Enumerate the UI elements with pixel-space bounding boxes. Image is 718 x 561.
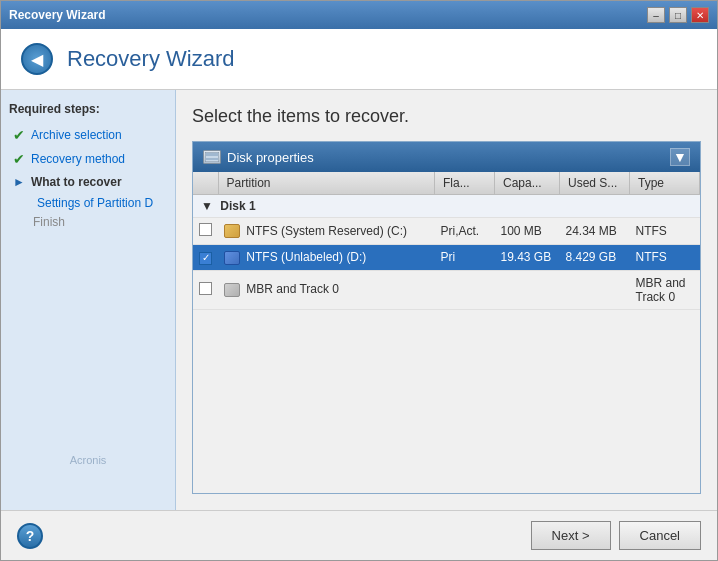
row-checkbox-cell[interactable] xyxy=(193,218,218,245)
partition-table: Partition Fla... Capa... Used S... Type xyxy=(193,172,700,310)
titlebar: Recovery Wizard – □ ✕ xyxy=(1,1,717,29)
row-checkbox[interactable] xyxy=(199,282,212,295)
main-content: Select the items to recover. Disk pr xyxy=(176,90,717,510)
partition-name: NTFS (System Reserved) (C:) xyxy=(218,218,435,245)
partition-icon xyxy=(224,251,240,265)
disk-scroll-area[interactable]: Partition Fla... Capa... Used S... Type xyxy=(193,172,700,493)
content-area: Required steps: ✔ Archive selection ✔ Re… xyxy=(1,90,717,510)
disk-icon xyxy=(203,150,221,164)
partition-used: 8.429 GB xyxy=(560,245,630,271)
partition-type: NTFS xyxy=(630,245,700,271)
partition-capacity: 19.43 GB xyxy=(495,245,560,271)
col-type: Type xyxy=(630,172,700,195)
close-button[interactable]: ✕ xyxy=(691,7,709,23)
back-button[interactable]: ◀ xyxy=(21,43,53,75)
sidebar: Required steps: ✔ Archive selection ✔ Re… xyxy=(1,90,176,510)
window-title: Recovery Wizard xyxy=(9,8,106,22)
table-row[interactable]: NTFS (System Reserved) (C:) Pri,Act. 100… xyxy=(193,218,700,245)
partition-capacity: 100 MB xyxy=(495,218,560,245)
row-checkbox[interactable] xyxy=(199,223,212,236)
partition-flags: Pri,Act. xyxy=(435,218,495,245)
partition-icon xyxy=(224,224,240,238)
disk-expand-arrow: ▼ xyxy=(201,199,213,213)
disk-group-cell: ▼ Disk 1 xyxy=(193,195,700,218)
header: ◀ Recovery Wizard xyxy=(1,29,717,90)
partition-type: NTFS xyxy=(630,218,700,245)
sidebar-item-settings-partition[interactable]: Settings of Partition D xyxy=(33,194,167,212)
disk-panel-header: Disk properties ▼ xyxy=(193,142,700,172)
row-checkbox[interactable] xyxy=(199,252,212,265)
svg-rect-1 xyxy=(206,153,218,156)
partition-name: NTFS (Unlabeled) (D:) xyxy=(218,245,435,271)
expand-button[interactable]: ▼ xyxy=(670,148,690,166)
window-controls: – □ ✕ xyxy=(647,7,709,23)
check-icon: ✔ xyxy=(13,151,25,167)
partition-flags: Pri xyxy=(435,245,495,271)
partition-capacity xyxy=(495,270,560,309)
help-button[interactable]: ? xyxy=(17,523,43,549)
next-button[interactable]: Next > xyxy=(531,521,611,550)
partition-icon xyxy=(224,283,240,297)
col-used: Used S... xyxy=(560,172,630,195)
main-title: Select the items to recover. xyxy=(192,106,701,127)
sidebar-item-label: What to recover xyxy=(31,175,122,189)
disk-group-row: ▼ Disk 1 xyxy=(193,195,700,218)
disk-panel: Disk properties ▼ Partition Fla... Capa.… xyxy=(192,141,701,494)
col-capacity: Capa... xyxy=(495,172,560,195)
main-window: Recovery Wizard – □ ✕ ◀ Recovery Wizard … xyxy=(0,0,718,561)
col-flags: Fla... xyxy=(435,172,495,195)
watermark: Acronis xyxy=(9,234,167,466)
col-partition: Partition xyxy=(218,172,435,195)
disk-panel-title: Disk properties xyxy=(203,150,314,165)
partition-name: MBR and Track 0 xyxy=(218,270,435,309)
sidebar-item-label: Archive selection xyxy=(31,128,122,142)
wizard-title: Recovery Wizard xyxy=(67,46,234,72)
minimize-button[interactable]: – xyxy=(647,7,665,23)
sidebar-item-archive-selection[interactable]: ✔ Archive selection xyxy=(9,124,167,146)
sidebar-item-label: Recovery method xyxy=(31,152,125,166)
check-icon: ✔ xyxy=(13,127,25,143)
sidebar-item-what-to-recover[interactable]: ► What to recover xyxy=(9,172,167,192)
disk-group-label: Disk 1 xyxy=(220,199,255,213)
partition-used: 24.34 MB xyxy=(560,218,630,245)
table-row[interactable]: NTFS (Unlabeled) (D:) Pri 19.43 GB 8.429… xyxy=(193,245,700,271)
restore-button[interactable]: □ xyxy=(669,7,687,23)
table-row[interactable]: MBR and Track 0 MBR and Track 0 xyxy=(193,270,700,309)
row-checkbox-cell[interactable] xyxy=(193,245,218,271)
sidebar-item-finish: Finish xyxy=(9,212,167,232)
panel-title-text: Disk properties xyxy=(227,150,314,165)
sidebar-item-label: Finish xyxy=(33,215,65,229)
row-checkbox-cell[interactable] xyxy=(193,270,218,309)
svg-rect-2 xyxy=(206,158,218,160)
partition-used xyxy=(560,270,630,309)
footer-buttons: Next > Cancel xyxy=(531,521,701,550)
partition-flags xyxy=(435,270,495,309)
sidebar-label: Required steps: xyxy=(9,102,167,116)
cancel-button[interactable]: Cancel xyxy=(619,521,701,550)
sidebar-item-label: Settings of Partition D xyxy=(37,196,153,210)
partition-type: MBR and Track 0 xyxy=(630,270,700,309)
sidebar-item-recovery-method[interactable]: ✔ Recovery method xyxy=(9,148,167,170)
footer: ? Next > Cancel xyxy=(1,510,717,560)
arrow-icon: ► xyxy=(13,175,25,189)
col-checkbox xyxy=(193,172,218,195)
